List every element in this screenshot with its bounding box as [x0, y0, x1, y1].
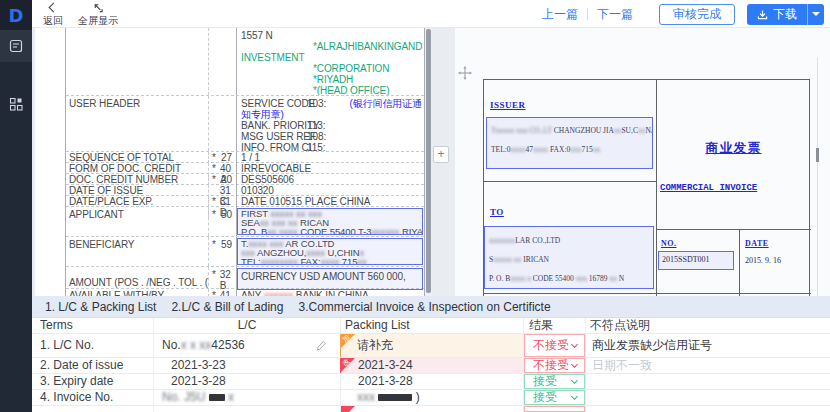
back-button[interactable]: 返回	[38, 2, 68, 26]
right-panel-scroll-mark[interactable]	[816, 148, 819, 162]
remark-input[interactable]	[585, 374, 830, 389]
table-row-partial	[32, 406, 830, 412]
badge-added: 加	[341, 334, 355, 348]
doc-row-applicant: APPLICANT *50 FIRST xxxxx xx xxx SEAxx x…	[66, 207, 424, 237]
lc-cell: No. J5U x	[153, 390, 340, 405]
apps-grid-icon	[9, 97, 23, 111]
result-select[interactable]: 不接受	[524, 358, 585, 373]
result-select[interactable]	[524, 406, 585, 412]
to-label: TO	[490, 207, 504, 217]
doc-row-bank-header: 1557 N *ALRAJHI BANKING AND INVESTMENT *…	[66, 28, 424, 96]
remark-input[interactable]: 商业发票缺少信用证号	[585, 334, 830, 357]
sidebar-item-apps[interactable]	[0, 88, 32, 120]
doc-row-beneficiary: BENEFICIARY *59 T.xxxx xxx AR CO.LTD xxx…	[66, 237, 424, 267]
swift-message-table: 1557 N *ALRAJHI BANKING AND INVESTMENT *…	[65, 28, 425, 296]
add-annotation-button[interactable]: +	[433, 146, 449, 163]
remark-input	[585, 406, 830, 412]
badge-changed	[341, 406, 355, 412]
invoice-no-annotation-box[interactable]: 2015SSDT001	[658, 251, 734, 270]
review-done-button[interactable]: 审核完成	[659, 4, 735, 25]
amount-annotation-box[interactable]: CURRENCY USD AMOUNT 560 000,	[237, 268, 423, 290]
remark-input[interactable]	[585, 390, 830, 405]
packing-list-cell: xxx )	[340, 390, 523, 405]
term-cell: 1. L/C No.	[32, 334, 153, 357]
download-icon	[757, 9, 768, 20]
app-window: D 返回	[0, 0, 830, 412]
tab-lc-packing-list[interactable]: 1. L/C & Packing List	[45, 300, 156, 314]
result-select[interactable]: 不接受	[524, 334, 585, 357]
sidebar: D	[0, 0, 32, 412]
redacted-block	[209, 394, 225, 401]
chevron-down-icon	[571, 361, 578, 368]
download-split-button: 下载	[747, 4, 824, 25]
next-doc-link[interactable]: 下一篇	[597, 6, 633, 23]
redacted-block	[378, 394, 412, 401]
toolbar: 返回 全屏显示 上一篇 下一篇 审核完成	[32, 0, 830, 28]
table-header-row: Terms L/C Packing List 结果 不符点说明	[32, 318, 830, 334]
fullscreen-button[interactable]: 全屏显示	[72, 2, 124, 26]
invoice-title-english: COMMERCIAL INVOICE	[660, 183, 757, 193]
result-select[interactable]: 接受	[524, 374, 585, 389]
remark-input[interactable]: 日期不一致	[585, 358, 830, 373]
term-cell	[32, 406, 153, 412]
beneficiary-annotation-box[interactable]: T.xxxx xxx AR CO.LTD xxx ANGZHOU,xxxx U,…	[237, 238, 423, 265]
result-cell: 不接受	[523, 358, 585, 373]
doc-row-amount: AMOUNT (POS . /NEG . TOL . (%)) *32 B CU…	[66, 267, 424, 289]
chevron-down-icon	[571, 341, 578, 348]
doc-row: DATE/PLACE EXP. *31 D DATE 010515 PLACE …	[66, 196, 424, 207]
app-logo: D	[0, 0, 32, 30]
doc-row-available: AVAILABLE WITH/BY *41 D ANY xxxxxx BANK …	[66, 289, 424, 296]
chevron-down-icon	[571, 393, 578, 400]
back-icon	[48, 3, 58, 13]
bank-name-line: *CORPORATION	[241, 63, 424, 74]
issuer-annotation-box[interactable]: Txxxxx xxx CO.,LT CHANGZHOU JIAxxSU,CxxN…	[486, 117, 653, 169]
download-more-button[interactable]	[807, 4, 824, 25]
to-annotation-box[interactable]: xxxxxxxLAR CO.,LTD Sxxxxx xx IRICAN P. O…	[484, 226, 654, 289]
invoice-no-value: 2015SSDT001	[659, 252, 733, 264]
col-header-terms: Terms	[32, 318, 153, 333]
lc-document-panel: 1557 N *ALRAJHI BANKING AND INVESTMENT *…	[35, 28, 432, 296]
bank-name-line: *RIYADH	[241, 74, 424, 85]
document-icon	[9, 39, 23, 53]
result-cell: 接受	[523, 374, 585, 389]
table-row: 3. Expiry date 2021-3-28 2021-3-28 接受	[32, 374, 830, 390]
fullscreen-icon	[92, 2, 104, 13]
doc-row: FORM OF DOC. CREDIT *40 A IRREVOCABLE	[66, 163, 424, 174]
tab-lc-bill-of-lading[interactable]: 2.L/C & Bill of Lading	[171, 300, 283, 314]
term-cell: 2. Date of issue	[32, 358, 153, 373]
table-row: 4. Invoice No. No. J5U x xxx ) 接受	[32, 390, 830, 406]
packing-list-cell: 2021-3-28	[340, 374, 523, 389]
bank-seal-note: (银行间信用证通	[349, 98, 424, 109]
edit-pen-icon[interactable]	[316, 340, 327, 351]
move-handle-icon[interactable]	[458, 66, 472, 84]
invoice-document-panel: ISSUER Txxxxx xxx CO.,LT CHANGZHOU JIAxx…	[455, 28, 830, 296]
tab-invoice-inspection-certificate[interactable]: 3.Commercial Invoice & Inspection on Cer…	[298, 300, 550, 314]
result-select[interactable]: 接受	[524, 390, 585, 405]
chevron-down-icon	[571, 377, 578, 384]
col-header-lc: L/C	[153, 318, 340, 333]
applicant-annotation-box[interactable]: FIRST xxxxx xx xxx SEAxx xxx xx RICAN P.…	[237, 208, 423, 235]
packing-list-cell: 加 请补充	[340, 334, 523, 357]
lc-cell: No.x x xx 42536	[153, 334, 340, 357]
invoice-no-label: NO.	[661, 239, 677, 248]
result-cell	[523, 406, 585, 412]
doc-row: DATE OF ISSUE 31 C 010320	[66, 185, 424, 196]
caret-down-icon	[812, 12, 820, 16]
lc-cell: 2021-3-28	[153, 374, 340, 389]
previous-doc-link[interactable]: 上一篇	[542, 6, 578, 23]
doc-row: SEQUENCE OF TOTAL *27 1 / 1	[66, 152, 424, 163]
packing-list-cell	[340, 406, 523, 412]
download-label: 下载	[773, 6, 797, 23]
term-cell: 3. Expiry date	[32, 374, 153, 389]
compare-tab-bar: 1. L/C & Packing List 2.L/C & Bill of La…	[32, 296, 830, 318]
left-panel-scrollbar[interactable]	[425, 28, 432, 296]
doc-row: DOC. CREDIT NUMBER *20 DES505606	[66, 174, 424, 185]
col-header-packing-list: Packing List	[340, 318, 523, 333]
issuer-label: ISSUER	[490, 100, 526, 110]
sidebar-item-document-review[interactable]	[0, 30, 32, 62]
packing-list-cell: 改 2021-3-24	[340, 358, 523, 373]
result-cell: 不接受	[523, 334, 585, 357]
scrollbar-thumb[interactable]	[426, 29, 431, 293]
invoice-date-value: 2015. 9. 16	[745, 256, 781, 265]
download-button[interactable]: 下载	[747, 4, 807, 25]
